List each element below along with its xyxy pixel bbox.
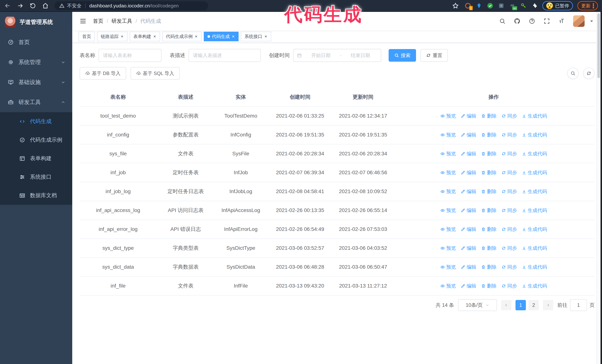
fullscreen-icon[interactable] — [543, 18, 550, 24]
browser-home-icon[interactable] — [42, 2, 49, 9]
edit-action-link[interactable]: 编辑 — [461, 207, 476, 214]
download-action-link[interactable]: 生成代码 — [522, 244, 547, 252]
profile-paused-pill[interactable]: 已暂停 — [542, 1, 573, 10]
url-bar[interactable]: 不安全 dashboard.yudao.iocoder.cn/tool/code… — [54, 1, 208, 10]
eye-action-link[interactable]: 预览 — [440, 207, 456, 214]
eye-action-link[interactable]: 预览 — [440, 150, 456, 157]
reset-button[interactable]: 重置 — [420, 49, 448, 62]
user-avatar[interactable] — [573, 15, 585, 27]
caret-down-icon[interactable] — [588, 18, 595, 24]
trash-action-link[interactable]: 删除 — [481, 150, 497, 157]
sidebar-item-monitor[interactable]: 基础设施 — [0, 72, 72, 92]
trash-action-link[interactable]: 删除 — [481, 263, 497, 271]
browser-reload-icon[interactable] — [29, 2, 36, 9]
sidebar-item-toolbox[interactable]: 研发工具 — [0, 92, 72, 112]
extension-gray-icon[interactable] — [498, 2, 505, 9]
next-page-button[interactable] — [543, 300, 553, 310]
page-button-1[interactable]: 1 — [516, 300, 526, 310]
sidebar-subitem-database-doc[interactable]: 数据库文档 — [0, 186, 72, 205]
search-icon[interactable] — [499, 18, 506, 24]
refresh-table-button[interactable] — [583, 68, 595, 79]
browser-forward-icon[interactable] — [17, 2, 24, 9]
update-pill[interactable]: 更新 — [577, 1, 598, 10]
sync-action-link[interactable]: 同步 — [501, 226, 517, 233]
close-icon[interactable]: × — [232, 34, 235, 39]
sidebar-subitem-code[interactable]: 代码生成 — [0, 112, 72, 131]
extension-key-icon[interactable] — [520, 2, 527, 9]
sidebar-subitem-api[interactable]: 系统接口 — [0, 168, 72, 186]
breadcrumb-home[interactable]: 首页 — [93, 18, 103, 25]
text-size-icon[interactable] — [558, 18, 565, 24]
browser-back-icon[interactable] — [4, 2, 11, 9]
sync-action-link[interactable]: 同步 — [501, 207, 517, 214]
logo-row[interactable]: 芋道管理系统 — [0, 12, 72, 32]
hamburger-icon[interactable] — [79, 17, 87, 25]
download-action-link[interactable]: 生成代码 — [522, 207, 547, 214]
download-action-link[interactable]: 生成代码 — [522, 188, 547, 195]
trash-action-link[interactable]: 删除 — [481, 282, 497, 290]
date-range-picker[interactable]: 开始日期 - 结束日期 — [293, 49, 381, 62]
table-desc-input[interactable] — [189, 49, 261, 62]
sync-action-link[interactable]: 同步 — [501, 282, 517, 290]
trash-action-link[interactable]: 删除 — [481, 131, 497, 138]
toggle-search-button[interactable] — [567, 68, 579, 79]
import-db-button[interactable]: 基于 DB 导入 — [80, 67, 126, 80]
scrollbar-thumb[interactable] — [597, 13, 600, 78]
close-icon[interactable]: × — [153, 34, 156, 39]
sync-action-link[interactable]: 同步 — [501, 263, 517, 271]
eye-action-link[interactable]: 预览 — [440, 282, 456, 290]
edit-action-link[interactable]: 编辑 — [461, 263, 476, 271]
tab-首页[interactable]: 首页 — [78, 32, 95, 41]
tab-代码生成示例[interactable]: 代码生成示例× — [162, 32, 202, 41]
download-action-link[interactable]: 生成代码 — [522, 263, 547, 271]
scrollbar-track[interactable] — [596, 12, 601, 364]
tab-链路追踪[interactable]: 链路追踪× — [97, 32, 128, 41]
sync-action-link[interactable]: 同步 — [501, 188, 517, 195]
table-name-input[interactable] — [98, 49, 161, 62]
help-icon[interactable] — [529, 18, 535, 24]
eye-action-link[interactable]: 预览 — [440, 131, 456, 138]
edit-action-link[interactable]: 编辑 — [461, 226, 476, 233]
eye-action-link[interactable]: 预览 — [440, 188, 456, 195]
close-icon[interactable]: × — [264, 34, 268, 39]
edit-action-link[interactable]: 编辑 — [461, 188, 476, 195]
edit-action-link[interactable]: 编辑 — [461, 244, 476, 252]
kebab-menu-icon[interactable] — [593, 3, 594, 9]
trash-action-link[interactable]: 删除 — [481, 244, 497, 252]
trash-action-link[interactable]: 删除 — [481, 112, 497, 120]
trash-action-link[interactable]: 删除 — [481, 188, 497, 195]
extension-gem-icon[interactable] — [476, 2, 482, 9]
tab-表单构建[interactable]: 表单构建× — [130, 32, 160, 41]
close-icon[interactable]: × — [194, 34, 198, 39]
page-button-2[interactable]: 2 — [528, 300, 539, 310]
extension-on-icon[interactable]: on — [509, 2, 516, 9]
sidebar-item-dashboard[interactable]: 首页 — [0, 32, 72, 52]
tab-代码生成[interactable]: 代码生成× — [204, 32, 239, 41]
eye-action-link[interactable]: 预览 — [440, 112, 456, 120]
page-size-select[interactable]: 10条/页 — [458, 299, 497, 311]
close-icon[interactable]: × — [120, 34, 124, 39]
eye-action-link[interactable]: 预览 — [440, 244, 456, 252]
trash-action-link[interactable]: 删除 — [481, 207, 497, 214]
extension-shield-check-icon[interactable] — [487, 2, 494, 9]
download-action-link[interactable]: 生成代码 — [522, 112, 547, 120]
tab-系统接口[interactable]: 系统接口× — [241, 32, 271, 41]
goto-page-input[interactable] — [570, 299, 587, 311]
eye-action-link[interactable]: 预览 — [440, 169, 456, 176]
edit-action-link[interactable]: 编辑 — [461, 131, 476, 138]
sync-action-link[interactable]: 同步 — [501, 150, 517, 157]
sync-action-link[interactable]: 同步 — [501, 131, 517, 138]
sync-action-link[interactable]: 同步 — [501, 169, 517, 176]
sidebar-subitem-form[interactable]: 表单构建 — [0, 149, 72, 168]
download-action-link[interactable]: 生成代码 — [522, 282, 547, 290]
search-button[interactable]: 搜索 — [389, 49, 416, 62]
breadcrumb-dev-tools[interactable]: 研发工具 — [111, 18, 132, 25]
eye-action-link[interactable]: 预览 — [440, 226, 456, 233]
sidebar-item-gear[interactable]: 系统管理 — [0, 52, 72, 72]
extension-orange-icon[interactable]: 1 — [464, 2, 471, 9]
bookmark-star-icon[interactable] — [452, 2, 459, 9]
github-icon[interactable] — [514, 18, 520, 24]
edit-action-link[interactable]: 编辑 — [461, 150, 476, 157]
eye-action-link[interactable]: 预览 — [440, 263, 456, 271]
download-action-link[interactable]: 生成代码 — [522, 169, 547, 176]
